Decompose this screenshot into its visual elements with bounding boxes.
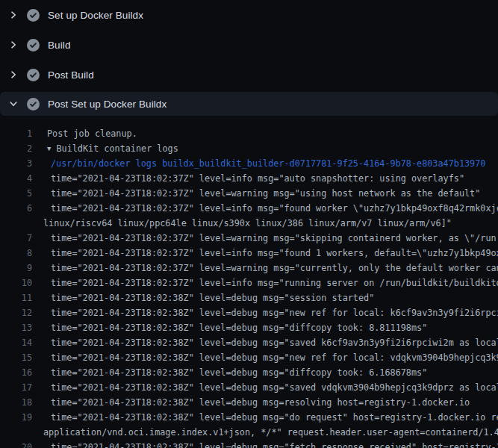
- step-header-post-set-up-docker-buildx[interactable]: Post Set up Docker Buildx: [0, 92, 498, 116]
- log-line: 3 /usr/bin/docker logs buildx_buildkit_b…: [0, 156, 498, 171]
- log-line-text: linux/riscv64 linux/ppc64le linux/s390x …: [43, 216, 452, 231]
- line-number[interactable]: 3: [0, 156, 32, 171]
- line-number[interactable]: 6: [0, 201, 32, 216]
- log-line-text: time="2021-04-23T18:02:37Z" level=info m…: [43, 201, 498, 216]
- line-number[interactable]: 19: [0, 410, 32, 425]
- line-number[interactable]: 20: [0, 440, 32, 448]
- check-circle-icon: [27, 39, 40, 52]
- log-line: 11 time="2021-04-23T18:02:38Z" level=deb…: [0, 290, 498, 305]
- line-number[interactable]: 2: [0, 141, 32, 156]
- log-line: 9 time="2021-04-23T18:02:37Z" level=warn…: [0, 261, 498, 276]
- line-number[interactable]: 7: [0, 231, 32, 246]
- step-label: Post Set up Docker Buildx: [48, 99, 166, 110]
- line-number[interactable]: 9: [0, 261, 32, 276]
- log-line: 17 time="2021-04-23T18:02:38Z" level=deb…: [0, 380, 498, 395]
- log-line-text: time="2021-04-23T18:02:38Z" level=debug …: [43, 305, 498, 320]
- log-line: 16 time="2021-04-23T18:02:38Z" level=deb…: [0, 365, 498, 380]
- log-line: 18 time="2021-04-23T18:02:38Z" level=deb…: [0, 395, 498, 410]
- log-line: 4 time="2021-04-23T18:02:37Z" level=info…: [0, 171, 498, 186]
- line-number[interactable]: 16: [0, 365, 32, 380]
- log-line-text: ▼BuildKit container logs: [43, 141, 178, 156]
- step-label: Set up Docker Buildx: [48, 10, 143, 21]
- check-circle-icon: [27, 98, 40, 111]
- log-line-text: time="2021-04-23T18:02:38Z" level=debug …: [43, 440, 498, 448]
- step-header-set-up-docker-buildx[interactable]: Set up Docker Buildx: [0, 0, 498, 30]
- log-line: 8 time="2021-04-23T18:02:37Z" level=info…: [0, 246, 498, 261]
- line-number[interactable]: 14: [0, 335, 32, 350]
- line-number[interactable]: 12: [0, 305, 32, 320]
- log-line: 5 time="2021-04-23T18:02:37Z" level=warn…: [0, 186, 498, 201]
- log-line-text: time="2021-04-23T18:02:38Z" level=debug …: [43, 380, 498, 395]
- log-line-text: time="2021-04-23T18:02:38Z" level=debug …: [43, 290, 374, 305]
- log-line-text: time="2021-04-23T18:02:37Z" level=info m…: [43, 171, 464, 186]
- log-line: 6 time="2021-04-23T18:02:37Z" level=info…: [0, 201, 498, 216]
- log-line: linux/riscv64 linux/ppc64le linux/s390x …: [0, 216, 498, 231]
- steps-list: Set up Docker Buildx Build: [0, 0, 498, 116]
- log-line-text: time="2021-04-23T18:02:37Z" level=warnin…: [43, 261, 498, 276]
- log-line-text: Post job cleanup.: [43, 126, 137, 141]
- log-line: application/vnd.oci.image.index.v1+json,…: [0, 425, 498, 440]
- line-number[interactable]: 15: [0, 350, 32, 365]
- log-line: 12 time="2021-04-23T18:02:38Z" level=deb…: [0, 305, 498, 320]
- step-label: Post Build: [48, 69, 94, 81]
- log-line: 10 time="2021-04-23T18:02:37Z" level=inf…: [0, 276, 498, 290]
- log-line: 1 Post job cleanup.: [0, 126, 498, 141]
- log-line: 2 ▼BuildKit container logs: [0, 141, 498, 156]
- log-line: 13 time="2021-04-23T18:02:38Z" level=deb…: [0, 320, 498, 335]
- line-number[interactable]: 13: [0, 320, 32, 335]
- line-number: [0, 425, 32, 440]
- check-circle-icon: [27, 9, 40, 22]
- line-number[interactable]: 10: [0, 276, 32, 290]
- line-number[interactable]: 18: [0, 395, 32, 410]
- log-viewer: 1 Post job cleanup. 2 ▼BuildKit containe…: [0, 116, 498, 448]
- log-line: 15 time="2021-04-23T18:02:38Z" level=deb…: [0, 350, 498, 365]
- log-line-text: time="2021-04-23T18:02:38Z" level=debug …: [43, 395, 470, 410]
- chevron-right-icon: [7, 9, 19, 21]
- step-label: Build: [48, 40, 71, 51]
- log-line: 14 time="2021-04-23T18:02:38Z" level=deb…: [0, 335, 498, 350]
- log-line-text: time="2021-04-23T18:02:38Z" level=debug …: [43, 335, 498, 350]
- log-line-text: time="2021-04-23T18:02:38Z" level=debug …: [43, 350, 498, 365]
- group-collapse-icon[interactable]: ▼: [47, 145, 51, 152]
- line-number[interactable]: 1: [0, 126, 32, 141]
- line-number: [0, 216, 32, 231]
- log-line: 7 time="2021-04-23T18:02:37Z" level=warn…: [0, 231, 498, 246]
- line-number[interactable]: 11: [0, 290, 32, 305]
- step-header-post-build[interactable]: Post Build: [0, 60, 498, 90]
- log-line-text: time="2021-04-23T18:02:38Z" level=debug …: [43, 410, 498, 425]
- check-circle-icon: [27, 69, 40, 81]
- log-line-text: time="2021-04-23T18:02:37Z" level=warnin…: [43, 186, 480, 201]
- step-header-build[interactable]: Build: [0, 30, 498, 60]
- log-line: 19 time="2021-04-23T18:02:38Z" level=deb…: [0, 410, 498, 425]
- line-number[interactable]: 8: [0, 246, 32, 261]
- log-line-text: time="2021-04-23T18:02:38Z" level=debug …: [43, 320, 427, 335]
- line-number[interactable]: 4: [0, 171, 32, 186]
- log-line-text: application/vnd.oci.image.index.v1+json,…: [43, 425, 498, 440]
- log-line: 20 time="2021-04-23T18:02:38Z" level=deb…: [0, 440, 498, 448]
- log-line-text: /usr/bin/docker logs buildx_buildkit_bui…: [43, 156, 485, 171]
- chevron-down-icon: [7, 98, 19, 110]
- log-line-text: time="2021-04-23T18:02:37Z" level=info m…: [43, 276, 498, 290]
- line-number[interactable]: 17: [0, 380, 32, 395]
- chevron-right-icon: [7, 69, 19, 81]
- log-line-text: time="2021-04-23T18:02:37Z" level=warnin…: [43, 231, 497, 246]
- log-line-text: time="2021-04-23T18:02:37Z" level=info m…: [43, 246, 498, 261]
- line-number[interactable]: 5: [0, 186, 32, 201]
- group-title[interactable]: BuildKit container logs: [56, 143, 178, 154]
- chevron-right-icon: [7, 39, 19, 51]
- log-line-text: time="2021-04-23T18:02:38Z" level=debug …: [43, 365, 427, 380]
